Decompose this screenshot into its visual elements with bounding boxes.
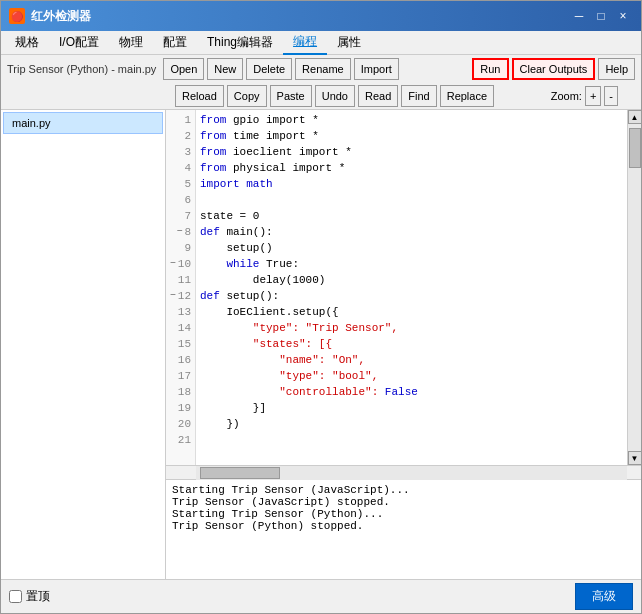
help-button[interactable]: Help <box>598 58 635 80</box>
new-button[interactable]: New <box>207 58 243 80</box>
main-window: 🔴 红外检测器 ─ □ × 规格 I/O配置 物理 配置 Thing编辑器 编程… <box>0 0 642 614</box>
app-icon: 🔴 <box>9 8 25 24</box>
rename-button[interactable]: Rename <box>295 58 351 80</box>
file-list: main.py <box>1 110 165 579</box>
run-button[interactable]: Run <box>472 58 508 80</box>
replace-button[interactable]: Replace <box>440 85 494 107</box>
advanced-button[interactable]: 高级 <box>575 583 633 610</box>
menu-item-thing[interactable]: Thing编辑器 <box>197 31 283 54</box>
pin-label: 置顶 <box>26 588 50 605</box>
paste-button[interactable]: Paste <box>270 85 312 107</box>
scroll-thumb[interactable] <box>629 128 641 168</box>
menu-item-shuxing[interactable]: 属性 <box>327 31 371 54</box>
file-item-mainpy[interactable]: main.py <box>3 112 163 134</box>
title-bar: 🔴 红外检测器 ─ □ × <box>1 1 641 31</box>
menu-item-guige[interactable]: 规格 <box>5 31 49 54</box>
scroll-down-arrow[interactable]: ▼ <box>628 451 642 465</box>
menu-item-io[interactable]: I/O配置 <box>49 31 109 54</box>
delete-button[interactable]: Delete <box>246 58 292 80</box>
zoom-label: Zoom: <box>551 90 582 102</box>
reload-button[interactable]: Reload <box>175 85 224 107</box>
scroll-track[interactable] <box>628 124 642 451</box>
menu-item-biancheng[interactable]: 编程 <box>283 30 327 55</box>
open-button[interactable]: Open <box>163 58 204 80</box>
maximize-button[interactable]: □ <box>591 6 611 26</box>
menu-item-wuli[interactable]: 物理 <box>109 31 153 54</box>
toolbar-row2: Reload Copy Paste Undo Read Find Replace… <box>1 83 641 110</box>
undo-button[interactable]: Undo <box>315 85 355 107</box>
vertical-scrollbar[interactable]: ▲ ▼ <box>627 110 641 465</box>
minimize-button[interactable]: ─ <box>569 6 589 26</box>
title-controls: ─ □ × <box>569 6 633 26</box>
file-label: Trip Sensor (Python) - main.py <box>7 63 156 75</box>
zoom-minus-button[interactable]: - <box>604 86 618 106</box>
code-editor[interactable]: 1 2 3 4 5 6 7−8 9−10 11−12 13 14 15 16 1… <box>166 110 641 465</box>
menu-item-peizhi[interactable]: 配置 <box>153 31 197 54</box>
import-button[interactable]: Import <box>354 58 399 80</box>
window-title: 红外检测器 <box>31 8 91 25</box>
console-output: Starting Trip Sensor (JavaScript)... Tri… <box>166 479 641 579</box>
pin-checkbox-item: 置顶 <box>9 588 50 605</box>
line-numbers: 1 2 3 4 5 6 7−8 9−10 11−12 13 14 15 16 1… <box>166 110 196 465</box>
toolbar-row1: Trip Sensor (Python) - main.py Open New … <box>1 55 641 83</box>
horizontal-scrollbar-area <box>166 465 641 479</box>
bottom-bar: 置顶 高级 <box>1 579 641 613</box>
copy-button[interactable]: Copy <box>227 85 267 107</box>
horizontal-scroll-track[interactable] <box>196 466 627 480</box>
read-button[interactable]: Read <box>358 85 398 107</box>
file-panel: main.py <box>1 110 166 579</box>
title-bar-left: 🔴 红外检测器 <box>9 8 91 25</box>
close-button[interactable]: × <box>613 6 633 26</box>
horizontal-scroll-thumb[interactable] <box>200 467 280 479</box>
zoom-plus-button[interactable]: + <box>585 86 601 106</box>
clear-outputs-button[interactable]: Clear Outputs <box>512 58 596 80</box>
main-content: main.py 1 2 3 4 5 6 7−8 9−10 11−12 13 14… <box>1 110 641 579</box>
find-button[interactable]: Find <box>401 85 436 107</box>
code-content[interactable]: from gpio import *from time import *from… <box>196 110 627 465</box>
pin-checkbox[interactable] <box>9 590 22 603</box>
menu-bar: 规格 I/O配置 物理 配置 Thing编辑器 编程 属性 <box>1 31 641 55</box>
scroll-up-arrow[interactable]: ▲ <box>628 110 642 124</box>
